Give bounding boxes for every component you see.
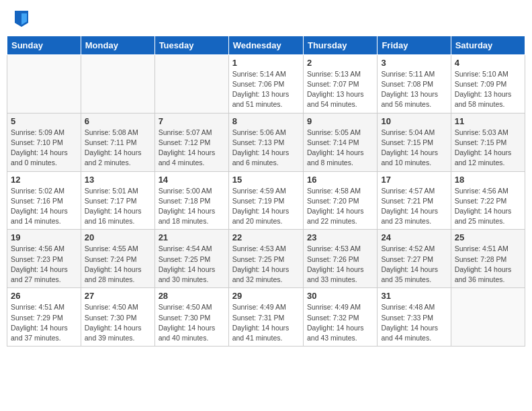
day-info: Sunrise: 5:08 AM Sunset: 7:11 PM Dayligh…: [85, 128, 151, 169]
day-info: Sunrise: 5:13 AM Sunset: 7:07 PM Dayligh…: [307, 69, 373, 110]
calendar-cell: 1Sunrise: 5:14 AM Sunset: 7:06 PM Daylig…: [228, 54, 303, 113]
calendar-cell: 28Sunrise: 4:50 AM Sunset: 7:30 PM Dayli…: [154, 288, 228, 347]
day-info: Sunrise: 4:58 AM Sunset: 7:20 PM Dayligh…: [307, 186, 373, 227]
day-number: 7: [159, 116, 225, 126]
day-number: 19: [11, 232, 77, 242]
day-number: 29: [232, 291, 300, 301]
weekday-header-thursday: Thursday: [303, 36, 377, 54]
day-number: 17: [381, 175, 447, 185]
day-number: 3: [381, 58, 447, 68]
day-number: 12: [11, 175, 77, 185]
day-info: Sunrise: 4:50 AM Sunset: 7:30 PM Dayligh…: [85, 302, 151, 343]
logo: [13, 12, 28, 30]
calendar-cell: 15Sunrise: 4:59 AM Sunset: 7:19 PM Dayli…: [228, 171, 303, 230]
day-info: Sunrise: 5:06 AM Sunset: 7:13 PM Dayligh…: [232, 128, 300, 169]
day-number: 30: [307, 291, 373, 301]
calendar-cell: 12Sunrise: 5:02 AM Sunset: 7:16 PM Dayli…: [7, 171, 81, 230]
day-info: Sunrise: 5:04 AM Sunset: 7:15 PM Dayligh…: [381, 128, 447, 169]
calendar-cell: 9Sunrise: 5:05 AM Sunset: 7:14 PM Daylig…: [303, 113, 377, 171]
day-number: 13: [85, 175, 151, 185]
day-info: Sunrise: 5:11 AM Sunset: 7:08 PM Dayligh…: [381, 69, 447, 110]
calendar-week-row: 1Sunrise: 5:14 AM Sunset: 7:06 PM Daylig…: [7, 54, 525, 113]
day-number: 22: [232, 232, 300, 242]
weekday-header-tuesday: Tuesday: [154, 36, 228, 54]
calendar-cell: 23Sunrise: 4:53 AM Sunset: 7:26 PM Dayli…: [303, 230, 377, 288]
calendar-cell: [451, 288, 525, 347]
day-info: Sunrise: 4:51 AM Sunset: 7:29 PM Dayligh…: [11, 302, 77, 343]
day-info: Sunrise: 4:54 AM Sunset: 7:25 PM Dayligh…: [159, 244, 225, 285]
day-number: 4: [455, 58, 521, 68]
weekday-header-saturday: Saturday: [451, 36, 525, 54]
calendar-cell: 17Sunrise: 4:57 AM Sunset: 7:21 PM Dayli…: [378, 171, 451, 230]
calendar-cell: 22Sunrise: 4:53 AM Sunset: 7:25 PM Dayli…: [228, 230, 303, 288]
day-number: 31: [381, 291, 447, 301]
day-info: Sunrise: 4:56 AM Sunset: 7:22 PM Dayligh…: [455, 186, 521, 227]
calendar-cell: 8Sunrise: 5:06 AM Sunset: 7:13 PM Daylig…: [228, 113, 303, 171]
day-info: Sunrise: 5:00 AM Sunset: 7:18 PM Dayligh…: [159, 186, 225, 227]
day-info: Sunrise: 4:49 AM Sunset: 7:31 PM Dayligh…: [232, 302, 300, 343]
logo-icon: [15, 11, 28, 27]
calendar-cell: 6Sunrise: 5:08 AM Sunset: 7:11 PM Daylig…: [81, 113, 154, 171]
day-number: 23: [307, 232, 373, 242]
day-info: Sunrise: 4:59 AM Sunset: 7:19 PM Dayligh…: [232, 186, 300, 227]
day-number: 2: [307, 58, 373, 68]
day-info: Sunrise: 4:55 AM Sunset: 7:24 PM Dayligh…: [85, 244, 151, 285]
calendar-cell: 16Sunrise: 4:58 AM Sunset: 7:20 PM Dayli…: [303, 171, 377, 230]
calendar-cell: 18Sunrise: 4:56 AM Sunset: 7:22 PM Dayli…: [451, 171, 525, 230]
day-number: 18: [455, 175, 521, 185]
day-info: Sunrise: 5:07 AM Sunset: 7:12 PM Dayligh…: [159, 128, 225, 169]
calendar-cell: 21Sunrise: 4:54 AM Sunset: 7:25 PM Dayli…: [154, 230, 228, 288]
calendar-cell: 3Sunrise: 5:11 AM Sunset: 7:08 PM Daylig…: [378, 54, 451, 113]
calendar-cell: [81, 54, 154, 113]
weekday-header-row: SundayMondayTuesdayWednesdayThursdayFrid…: [7, 36, 525, 54]
calendar-cell: 20Sunrise: 4:55 AM Sunset: 7:24 PM Dayli…: [81, 230, 154, 288]
day-info: Sunrise: 4:48 AM Sunset: 7:33 PM Dayligh…: [381, 302, 447, 343]
day-number: 10: [381, 116, 447, 126]
calendar-week-row: 19Sunrise: 4:56 AM Sunset: 7:23 PM Dayli…: [7, 230, 525, 288]
day-number: 21: [159, 232, 225, 242]
calendar-cell: 24Sunrise: 4:52 AM Sunset: 7:27 PM Dayli…: [378, 230, 451, 288]
day-number: 8: [232, 116, 300, 126]
calendar-cell: 31Sunrise: 4:48 AM Sunset: 7:33 PM Dayli…: [378, 288, 451, 347]
calendar-cell: 19Sunrise: 4:56 AM Sunset: 7:23 PM Dayli…: [7, 230, 81, 288]
day-info: Sunrise: 4:57 AM Sunset: 7:21 PM Dayligh…: [381, 186, 447, 227]
weekday-header-friday: Friday: [378, 36, 451, 54]
calendar-cell: [7, 54, 81, 113]
calendar-cell: [154, 54, 228, 113]
day-number: 28: [159, 291, 225, 301]
calendar-cell: 5Sunrise: 5:09 AM Sunset: 7:10 PM Daylig…: [7, 113, 81, 171]
calendar-cell: 25Sunrise: 4:51 AM Sunset: 7:28 PM Dayli…: [451, 230, 525, 288]
day-info: Sunrise: 4:53 AM Sunset: 7:25 PM Dayligh…: [232, 244, 300, 285]
weekday-header-monday: Monday: [81, 36, 154, 54]
day-number: 6: [85, 116, 151, 126]
weekday-header-wednesday: Wednesday: [228, 36, 303, 54]
calendar-cell: 27Sunrise: 4:50 AM Sunset: 7:30 PM Dayli…: [81, 288, 154, 347]
page-header: [7, 7, 525, 33]
calendar-table: SundayMondayTuesdayWednesdayThursdayFrid…: [7, 36, 525, 347]
day-number: 26: [11, 291, 77, 301]
day-number: 11: [455, 116, 521, 126]
day-number: 15: [232, 175, 300, 185]
day-number: 5: [11, 116, 77, 126]
day-info: Sunrise: 5:09 AM Sunset: 7:10 PM Dayligh…: [11, 128, 77, 169]
calendar-cell: 14Sunrise: 5:00 AM Sunset: 7:18 PM Dayli…: [154, 171, 228, 230]
day-number: 27: [85, 291, 151, 301]
calendar-cell: 30Sunrise: 4:49 AM Sunset: 7:32 PM Dayli…: [303, 288, 377, 347]
day-info: Sunrise: 5:10 AM Sunset: 7:09 PM Dayligh…: [455, 69, 521, 110]
day-info: Sunrise: 4:56 AM Sunset: 7:23 PM Dayligh…: [11, 244, 77, 285]
day-info: Sunrise: 5:14 AM Sunset: 7:06 PM Dayligh…: [232, 69, 300, 110]
day-info: Sunrise: 5:02 AM Sunset: 7:16 PM Dayligh…: [11, 186, 77, 227]
calendar-cell: 13Sunrise: 5:01 AM Sunset: 7:17 PM Dayli…: [81, 171, 154, 230]
day-info: Sunrise: 4:50 AM Sunset: 7:30 PM Dayligh…: [159, 302, 225, 343]
day-info: Sunrise: 4:51 AM Sunset: 7:28 PM Dayligh…: [455, 244, 521, 285]
day-number: 25: [455, 232, 521, 242]
calendar-cell: 7Sunrise: 5:07 AM Sunset: 7:12 PM Daylig…: [154, 113, 228, 171]
calendar-cell: 26Sunrise: 4:51 AM Sunset: 7:29 PM Dayli…: [7, 288, 81, 347]
day-number: 9: [307, 116, 373, 126]
day-info: Sunrise: 4:49 AM Sunset: 7:32 PM Dayligh…: [307, 302, 373, 343]
weekday-header-sunday: Sunday: [7, 36, 81, 54]
day-info: Sunrise: 5:03 AM Sunset: 7:15 PM Dayligh…: [455, 128, 521, 169]
calendar-cell: 29Sunrise: 4:49 AM Sunset: 7:31 PM Dayli…: [228, 288, 303, 347]
day-number: 16: [307, 175, 373, 185]
day-number: 20: [85, 232, 151, 242]
